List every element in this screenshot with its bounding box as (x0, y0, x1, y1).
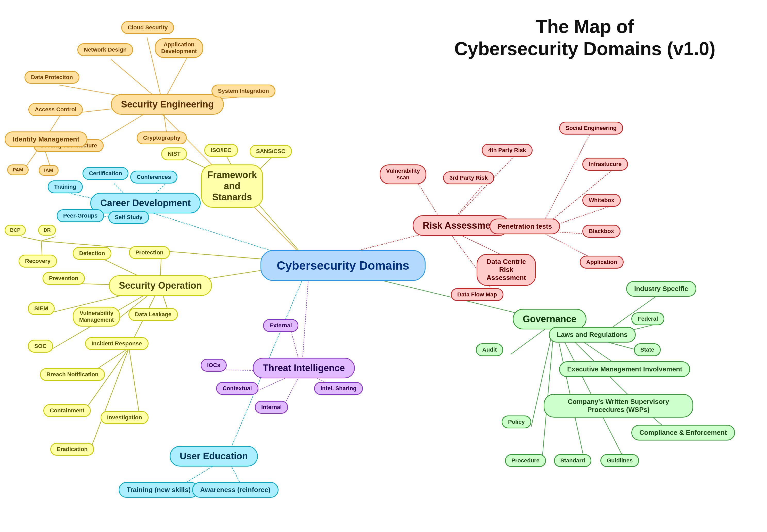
node-nist: NIST (161, 147, 187, 160)
node-4th-party-risk: 4th Party Risk (482, 144, 533, 157)
node-identity-management: Identity Management (5, 131, 87, 147)
node-iam: IAM (39, 165, 59, 176)
node-detection: Detection (73, 247, 111, 260)
node-application: Application (580, 256, 624, 269)
node-whitebox: Whitebox (582, 194, 621, 207)
node-policy: Policy (502, 415, 531, 428)
node-investigation: Investigation (101, 411, 148, 424)
node-data-flow-map: Data Flow Map (451, 288, 504, 301)
node-blackbox: Blackbox (582, 225, 621, 238)
node-bcp: BCP (5, 225, 26, 236)
node-training-new: Training (new skills) (119, 482, 199, 498)
node-vulnerability-management: VulnerabilityManagement (73, 307, 120, 327)
node-executive-management: Executive Management Involvement (559, 361, 690, 377)
node-wsps: Company's Written Supervisory Procedures… (544, 394, 693, 418)
node-iocs: IOCs (201, 359, 227, 372)
node-iso-iec: ISO/IEC (204, 144, 238, 157)
node-threat-intelligence: Threat Intelligence (253, 358, 355, 378)
node-infrastructure: Infrastucure (582, 158, 628, 171)
node-system-integration: System Integration (211, 85, 275, 97)
node-external: External (263, 319, 298, 332)
svg-line-72 (555, 322, 627, 464)
page-title: The Map of Cybersecurity Domains (v1.0) (455, 15, 715, 60)
node-cryptography: Cryptography (137, 131, 187, 144)
node-security-operation: Security Operation (109, 275, 212, 296)
node-sans-csc: SANS/CSC (250, 145, 292, 158)
node-conferences: Conferences (130, 171, 177, 184)
node-siem: SIEM (28, 302, 55, 315)
node-federal: Federal (631, 312, 664, 325)
node-vulnerability-scan: Vulnerabilityscan (379, 164, 426, 184)
node-network-design: Network Design (77, 43, 133, 56)
node-data-centric-risk: Data Centric RiskAssessment (477, 254, 536, 286)
node-laws-regulations: Laws and Regulations (549, 327, 636, 343)
node-compliance-enforcement: Compliance & Enforcement (631, 425, 735, 440)
node-governance: Governance (513, 309, 587, 329)
node-cybersecurity-domains: Cybersecurity Domains (260, 250, 426, 281)
node-certification: Certification (82, 167, 128, 180)
node-audit: Audit (476, 343, 503, 356)
node-soc: SOC (28, 340, 53, 353)
node-penetration-tests: Penetration tests (490, 219, 560, 234)
node-state: State (634, 343, 661, 356)
node-framework-standards: Frameworkand Stanards (201, 164, 263, 208)
node-internal: Internal (255, 401, 288, 414)
node-protection: Protection (129, 246, 170, 259)
node-data-protection: Data Proteciton (24, 71, 79, 84)
node-data-leakage: Data Leakage (128, 308, 178, 321)
node-incident-response: Incident Response (85, 337, 148, 350)
node-security-engineering: Security Engineering (111, 94, 224, 115)
svg-line-36 (21, 237, 41, 241)
node-access-control: Access Control (28, 103, 83, 116)
node-intel-sharing: Intel. Sharing (314, 382, 363, 395)
node-awareness: Awareness (reinforce) (192, 482, 278, 498)
node-breach-notification: Breach Notification (40, 368, 105, 381)
node-cloud-security: Cloud Security (121, 21, 174, 34)
node-3rd-party-risk: 3rd Party Risk (443, 171, 494, 184)
node-procedure: Procedure (505, 454, 546, 467)
svg-line-53 (539, 133, 591, 231)
node-guidelines: Guidlines (600, 454, 639, 467)
node-industry-specific: Industry Specific (626, 281, 696, 297)
node-application-development: ApplicationDevelopment (155, 38, 203, 58)
node-self-study: Self Study (108, 211, 149, 224)
node-user-education: User Education (170, 446, 258, 467)
node-peer-groups: Peer-Groups (57, 209, 104, 222)
node-prevention: Prevention (43, 272, 85, 285)
node-career-development: Career Development (90, 193, 201, 213)
node-eradication: Eradication (50, 443, 94, 456)
node-pam: PAM (7, 164, 29, 175)
node-containment: Containment (43, 404, 91, 417)
node-standard: Standard (554, 454, 591, 467)
node-recovery: Recovery (19, 255, 57, 268)
node-training: Training (48, 180, 83, 193)
node-social-engineering: Social Engineering (559, 122, 623, 135)
svg-line-34 (89, 348, 129, 453)
node-dr: DR (38, 225, 56, 236)
svg-line-37 (41, 237, 55, 241)
node-contextual: Contextual (216, 382, 258, 395)
